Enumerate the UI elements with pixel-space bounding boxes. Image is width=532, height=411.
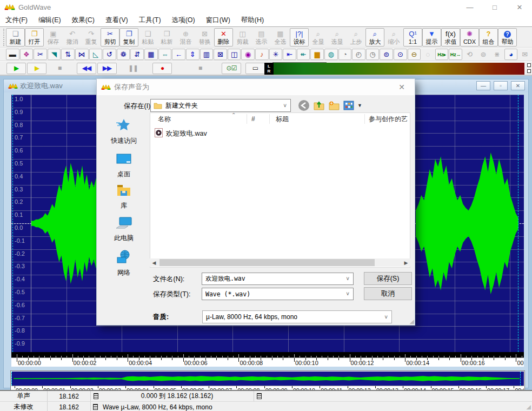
chevron-down-icon[interactable]: ˅ xyxy=(384,314,388,320)
up-folder-icon[interactable] xyxy=(313,100,325,111)
compressor-icon[interactable]: ⇤ xyxy=(283,49,296,60)
zoom-1-1-button[interactable]: Q¹1:1 xyxy=(403,28,422,47)
timer-icon[interactable]: ◕ xyxy=(504,49,518,60)
menu-e[interactable]: 编辑(E) xyxy=(33,14,66,26)
volume-icon[interactable]: ⇕ xyxy=(186,49,200,60)
sidebar-item-desktop[interactable]: 桌面 xyxy=(101,153,147,179)
sidebar-item-quick-access[interactable]: 快速访问 xyxy=(101,118,147,145)
reverb-icon[interactable]: ◍ xyxy=(324,49,338,60)
menu-f[interactable]: 文件(F) xyxy=(0,14,33,26)
match-volume-icon[interactable]: ▥ xyxy=(200,49,214,60)
set-marker-button[interactable]: |?|设标 xyxy=(290,28,309,47)
doc-minimize-button[interactable]: — xyxy=(476,81,490,90)
views-icon[interactable] xyxy=(343,101,354,110)
menu-h[interactable]: 帮助(H) xyxy=(236,14,269,26)
record-button[interactable]: ● xyxy=(152,63,172,74)
smoother-icon[interactable]: ↞ xyxy=(297,49,310,60)
save-button[interactable]: 保存(S) xyxy=(364,272,412,285)
doppler-icon[interactable]: ◥ xyxy=(48,49,61,60)
expression-cut-icon[interactable]: ✂ xyxy=(34,49,47,60)
cut-button[interactable]: ✂剪切 xyxy=(101,28,119,47)
zoom-in-button[interactable]: ⌕放大 xyxy=(365,28,384,47)
ramp-icon[interactable]: ◺ xyxy=(89,49,103,60)
time-axis-labels[interactable]: 00:00:0000:00:0200:00:0400:00:0600:00:08… xyxy=(11,357,524,367)
monitor-button[interactable]: ▭ xyxy=(245,63,265,74)
column-header[interactable]: 标题 xyxy=(276,113,362,125)
time-warp-icon[interactable]: ◴ xyxy=(352,49,365,60)
evaluate-button[interactable]: f(x)求值 xyxy=(441,28,460,47)
open-folder-button[interactable]: ❐打开 xyxy=(25,28,44,47)
save-in-combobox[interactable]: 新建文件夹 ˅ xyxy=(150,99,291,112)
menu-c[interactable]: 效果(C) xyxy=(66,14,100,26)
new-file-button[interactable]: ❏新建 xyxy=(6,28,25,47)
spectrum-filter-icon[interactable]: ▆ xyxy=(310,49,324,60)
back-icon[interactable] xyxy=(298,100,310,111)
menu-t[interactable]: 工具(T) xyxy=(134,14,167,26)
scroll-right-icon[interactable]: ▶ xyxy=(402,258,410,267)
mono-mix-icon[interactable]: ◫ xyxy=(228,49,241,60)
column-header[interactable]: 参与创作的艺 xyxy=(369,113,410,125)
combine-button[interactable]: ?组合 xyxy=(479,28,498,47)
dialog-resize-grip[interactable]: ◢ xyxy=(410,318,414,325)
chevron-down-icon[interactable]: ˅ xyxy=(346,276,349,282)
status-grid-icon[interactable] xyxy=(91,402,101,411)
playback-rate-icon[interactable]: Hz▸ xyxy=(435,49,449,60)
control-properties-icon[interactable]: ▬ xyxy=(6,49,19,60)
reverse-icon[interactable]: ← xyxy=(172,49,185,60)
save-type-combobox[interactable]: Wave (*.wav) ˅ xyxy=(202,288,354,300)
pan-knob-icon[interactable]: ⊖ xyxy=(408,49,421,60)
effect-palette-icon[interactable]: ❖ xyxy=(20,49,34,60)
file-item[interactable]: 欢迎致电.wav xyxy=(155,128,207,139)
sort-ascending-icon[interactable]: ⌃ xyxy=(231,112,236,118)
selection-marker[interactable] xyxy=(12,95,13,352)
sidebar-item-libraries[interactable]: 库 xyxy=(101,184,147,210)
stereo-3d-icon[interactable]: ◉ xyxy=(241,49,255,60)
scrollbar-thumb[interactable] xyxy=(159,259,375,266)
sidebar-item-network[interactable]: 网络 xyxy=(101,250,147,277)
filter-table-icon[interactable]: ▦ xyxy=(144,49,158,60)
close-button[interactable]: ✕ xyxy=(507,0,532,14)
dialog-close-button[interactable]: ✕ xyxy=(394,82,409,92)
flanger-knob-icon[interactable]: ◷ xyxy=(366,49,380,60)
cdx-button[interactable]: ✺CDX xyxy=(460,28,479,47)
dynamics-icon[interactable]: ⊙ xyxy=(394,49,407,60)
resample-icon[interactable]: Hz↔ xyxy=(449,49,462,60)
interpolate-icon[interactable]: ⇵ xyxy=(130,49,144,60)
selection-marker[interactable] xyxy=(518,95,518,352)
file-name-combobox[interactable]: 欢迎致电.wav ˅ xyxy=(202,273,354,285)
file-list-scrollbar[interactable]: ◀ ▶ xyxy=(150,258,410,267)
menu-w[interactable]: 窗口(W) xyxy=(201,14,236,26)
time-axis-ticks[interactable] xyxy=(11,352,524,357)
delete-button[interactable]: ✕删除 xyxy=(214,28,233,47)
views-caret-icon[interactable]: ▼ xyxy=(357,103,362,108)
help-button[interactable]: ?帮助 xyxy=(498,28,517,47)
offset-icon[interactable]: ⇅ xyxy=(61,49,75,60)
column-header[interactable]: # xyxy=(251,113,268,125)
file-list[interactable]: 名称#标题参与创作的艺⌃欢迎致电.wav xyxy=(150,112,410,268)
knob-icon[interactable]: ◔ xyxy=(338,49,352,60)
doc-close-button[interactable]: ✕ xyxy=(511,81,525,90)
minimize-button[interactable]: — xyxy=(457,0,482,14)
quality-combobox[interactable]: µ-Law, 8000 Hz, 64 kbps, mono ˅ xyxy=(202,310,392,323)
fade-icon[interactable]: ⋈ xyxy=(75,49,89,60)
shape-icon[interactable]: ⇔ xyxy=(158,49,172,60)
rewind-button[interactable]: ◀◀ xyxy=(77,63,96,74)
chevron-down-icon[interactable]: ˅ xyxy=(283,103,287,109)
toolbar-grip[interactable] xyxy=(3,29,5,46)
new-folder-icon[interactable] xyxy=(328,100,340,111)
hint-button[interactable]: ▼提示 xyxy=(422,28,441,47)
maximize-button[interactable]: □ xyxy=(482,0,507,14)
overview-selection-marker[interactable] xyxy=(520,372,521,386)
window-resize-grip[interactable]: ◢ xyxy=(527,403,531,410)
play-selection-button[interactable]: ▶ xyxy=(27,63,46,74)
copy-button[interactable]: ❐复制 xyxy=(119,28,138,47)
scroll-left-icon[interactable]: ◀ xyxy=(150,258,158,267)
channel-mixer-icon[interactable]: ⊠ xyxy=(214,49,227,60)
dialog-title-bar[interactable]: 保存声音为 ✕ xyxy=(97,79,415,95)
overview-selection-marker[interactable] xyxy=(11,372,12,386)
menu-v[interactable]: 查看(V) xyxy=(100,14,134,26)
chevron-down-icon[interactable]: ˅ xyxy=(346,291,349,297)
record-options-button[interactable]: ⊙☑ xyxy=(222,63,241,74)
noise-reduction-icon[interactable]: ✳ xyxy=(269,49,283,60)
sidebar-item-this-pc[interactable]: 此电脑 xyxy=(101,216,147,243)
